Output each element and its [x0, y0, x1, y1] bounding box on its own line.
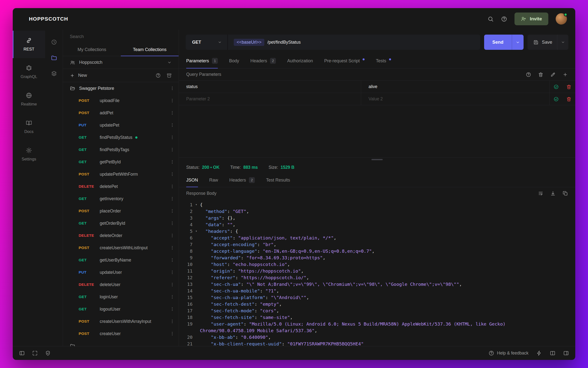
import-export-button[interactable] [167, 73, 172, 78]
param-value-input[interactable]: Value 2 [361, 93, 550, 105]
search-button[interactable] [488, 16, 494, 22]
request-item-deleteuser[interactable]: DELETEdeleteUser [63, 278, 179, 291]
request-item-findpetsbystatus[interactable]: GETfindPetsByStatus [63, 131, 179, 144]
request-item-createuserswithlistinput[interactable]: POSTcreateUsersWithListInput [63, 242, 179, 254]
request-item-uploadfile[interactable]: POSTuploadFile [63, 94, 179, 107]
new-collection-button[interactable]: New [70, 73, 87, 78]
method-select[interactable]: GET [186, 35, 228, 50]
request-item-findpetsbytags[interactable]: GETfindPetsByTags [63, 144, 179, 156]
response-body-code[interactable]: 1▾{2 "method": "GET",3 "args": {},4 "dat… [179, 199, 575, 346]
request-item-getorderbyid[interactable]: GETgetOrderById [63, 217, 179, 229]
tab-json[interactable]: JSON [186, 173, 198, 187]
sidebar-collections-button[interactable] [49, 52, 59, 63]
column-layout-button[interactable] [550, 350, 555, 356]
request-item-updatepetwithform[interactable]: POSTupdatePetWithForm [63, 168, 179, 180]
sidebar-history-button[interactable] [49, 37, 59, 47]
save-button[interactable]: Save [527, 35, 557, 50]
params-clear-all-button[interactable] [538, 72, 543, 77]
invite-button[interactable]: Invite [514, 13, 548, 25]
nav-item-graphql[interactable]: GraphQL [13, 58, 45, 86]
download-response-button[interactable] [550, 191, 556, 196]
support-button[interactable] [501, 16, 507, 22]
param-toggle-button[interactable] [550, 93, 563, 105]
request-item-createuser[interactable]: POSTcreateUser [63, 328, 179, 340]
request-item-deleteorder[interactable]: DELETEdeleteOrder [63, 229, 179, 242]
interceptor-button[interactable] [45, 350, 51, 356]
request-item-updateuser[interactable]: PUTupdateUser [63, 266, 179, 278]
param-value-input[interactable]: alive [361, 81, 550, 93]
request-item-getinventory[interactable]: GETgetInventory [63, 193, 179, 205]
request-menu-button[interactable] [170, 147, 175, 152]
param-key-input[interactable]: status [179, 81, 361, 93]
params-help-button[interactable] [526, 72, 531, 77]
request-menu-button[interactable] [170, 245, 175, 250]
params-bulk-edit-button[interactable] [550, 72, 556, 77]
tab-body[interactable]: Body [229, 54, 239, 68]
request-item-loginuser[interactable]: GETloginUser [63, 291, 179, 303]
help-feedback-button[interactable]: Help & feedback [489, 350, 528, 356]
tab-authorization[interactable]: Authorization [287, 54, 313, 68]
tab-headers[interactable]: Headers2 [250, 54, 276, 68]
param-toggle-button[interactable] [550, 81, 563, 93]
collections-search-input[interactable] [70, 34, 172, 39]
nav-item-rest[interactable]: REST [13, 31, 45, 58]
request-menu-button[interactable] [170, 258, 175, 263]
collections-tab-my-collections[interactable]: My Collections [63, 43, 121, 56]
request-menu-button[interactable] [170, 233, 175, 238]
send-button[interactable]: Send [484, 35, 512, 50]
request-menu-button[interactable] [170, 307, 175, 312]
team-selector[interactable]: Hoppscotch [63, 56, 179, 69]
fold-arrow-icon[interactable]: ▾ [193, 228, 200, 235]
request-menu-button[interactable] [170, 184, 175, 189]
request-item-placeorder[interactable]: POSTplaceOrder [63, 205, 179, 217]
nav-item-docs[interactable]: Docs [13, 113, 45, 141]
request-menu-button[interactable] [170, 110, 175, 115]
params-add-button[interactable] [563, 72, 568, 77]
collections-help-button[interactable] [156, 73, 161, 78]
save-options-button[interactable] [557, 35, 568, 50]
request-menu-button[interactable] [170, 221, 175, 226]
send-options-button[interactable] [512, 35, 524, 50]
request-menu-button[interactable] [170, 135, 175, 140]
request-item-deletepet[interactable]: DELETEdeletePet [63, 180, 179, 193]
sidebar-environments-button[interactable] [49, 68, 59, 79]
param-delete-button[interactable] [563, 81, 575, 93]
collection-folder[interactable]: Swagger Petstore [63, 82, 179, 94]
pane-resize-handle[interactable] [179, 158, 575, 161]
request-menu-button[interactable] [170, 294, 175, 299]
param-key-input[interactable]: Parameter 2 [179, 93, 361, 105]
request-menu-button[interactable] [170, 282, 175, 287]
request-item-logoutuser[interactable]: GETlogoutUser [63, 303, 179, 315]
collapse-right-panel-button[interactable] [563, 350, 569, 356]
tab-tests[interactable]: Tests [376, 54, 391, 68]
request-item-updatepet[interactable]: PUTupdatePet [63, 119, 179, 131]
request-item-getuserbyname[interactable]: GETgetUserByName [63, 254, 179, 266]
tab-raw[interactable]: Raw [209, 173, 218, 187]
tab-headers[interactable]: Headers2 [229, 173, 255, 187]
request-menu-button[interactable] [170, 319, 175, 324]
request-menu-button[interactable] [170, 196, 175, 201]
tab-parameters[interactable]: Parameters1 [186, 54, 218, 68]
request-menu-button[interactable] [170, 123, 175, 128]
shortcuts-button[interactable] [536, 350, 542, 356]
fold-arrow-icon[interactable]: ▾ [193, 201, 200, 208]
expand-window-button[interactable] [32, 350, 38, 356]
request-menu-button[interactable] [170, 209, 175, 213]
collection-folder-partial[interactable] [63, 340, 179, 346]
request-menu-button[interactable] [170, 159, 175, 164]
collections-tab-team-collections[interactable]: Team Collections [121, 43, 179, 56]
request-menu-button[interactable] [170, 172, 175, 177]
request-menu-button[interactable] [170, 270, 175, 275]
param-delete-button[interactable] [563, 93, 575, 105]
copy-response-button[interactable] [563, 191, 568, 196]
avatar[interactable] [556, 13, 567, 25]
request-menu-button[interactable] [170, 98, 175, 103]
folder-menu-button[interactable] [170, 86, 175, 91]
request-menu-button[interactable] [170, 331, 175, 336]
url-input[interactable]: <<baseUrl>> /pet/findByStatus [228, 35, 480, 50]
nav-item-realtime[interactable]: Realtime [13, 86, 45, 113]
toggle-sidebar-button[interactable] [19, 350, 25, 356]
request-item-addpet[interactable]: POSTaddPet [63, 107, 179, 119]
tab-test-results[interactable]: Test Results [266, 173, 290, 187]
request-item-createuserswitharrayinput[interactable]: POSTcreateUsersWithArrayInput [63, 315, 179, 328]
